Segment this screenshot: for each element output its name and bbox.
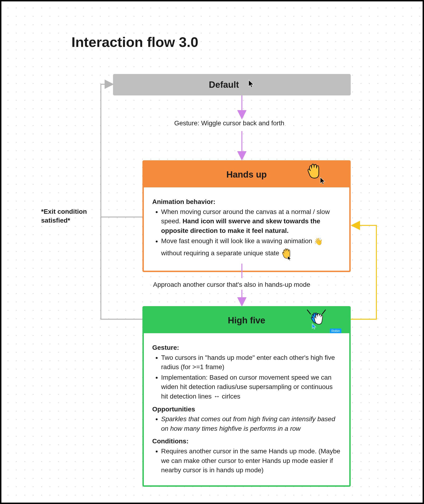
page-title: Interaction flow 3.0: [71, 34, 198, 50]
transition-label: Gesture: Wiggle cursor back and forth: [164, 119, 295, 127]
state-default[interactable]: Default: [113, 74, 351, 95]
cursor-icon: [320, 177, 326, 187]
section-heading: Conditions:: [152, 436, 341, 446]
section-heading: Opportunities: [152, 405, 341, 414]
diagram-frame: Interaction flow 3.0 Default Hands up: [0, 0, 424, 504]
list-item: Implementation: Based on cursor movement…: [161, 373, 341, 401]
section-heading: Gesture:: [152, 343, 341, 353]
state-default-label: Default: [209, 80, 239, 90]
state-handsup-body: Animation behavior: When moving cursor a…: [144, 187, 349, 271]
state-highfive[interactable]: High five: [143, 306, 351, 487]
svg-line-0: [307, 310, 311, 314]
state-handsup[interactable]: Hands up Animation behavior: When moving…: [143, 160, 351, 272]
hand-cursor-icon: [281, 248, 292, 262]
exit-condition-label: *Exit condition satisfied*: [41, 207, 102, 225]
collaborator-cursor-label: Robin: [330, 329, 341, 333]
high-five-icon: [300, 307, 333, 335]
transition-label: Approach another cursor that's also in h…: [136, 281, 327, 289]
raised-hand-icon: [306, 163, 321, 182]
waving-hand-icon: 👋: [314, 236, 323, 247]
cursor-icon: [248, 80, 255, 90]
section-heading: Animation behavior:: [152, 197, 341, 207]
list-item: When moving cursor around the canvas at …: [161, 207, 341, 236]
state-highfive-label: High five: [228, 315, 265, 326]
list-item: Requires another cursor in the same Hand…: [161, 447, 341, 475]
svg-line-1: [322, 310, 325, 314]
state-highfive-body: Gesture: Two cursors in "hands up mode" …: [144, 333, 349, 485]
state-handsup-label: Hands up: [226, 170, 267, 180]
list-item: Move fast enough it will look like a wav…: [161, 236, 341, 260]
list-item: Sparkles that comes out from high fiving…: [161, 414, 341, 433]
list-item: Two cursors in "hands up mode" enter eac…: [161, 353, 341, 372]
